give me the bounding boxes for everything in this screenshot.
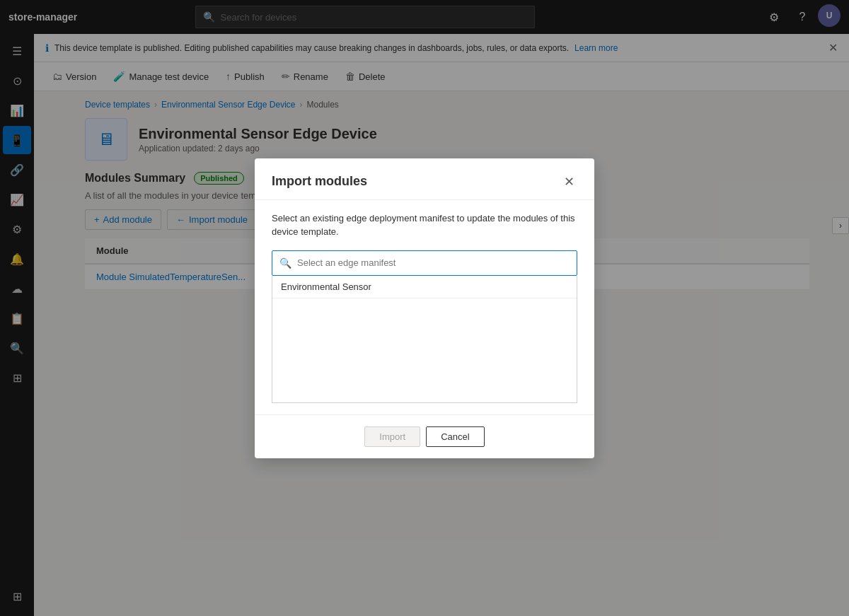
- dialog-title: Import modules: [272, 174, 367, 189]
- import-modules-dialog: Import modules ✕ Select an existing edge…: [255, 158, 594, 458]
- manifest-item-name: Environmental Sensor: [281, 281, 371, 292]
- manifest-search: 🔍: [272, 250, 577, 276]
- cancel-button[interactable]: Cancel: [426, 426, 484, 447]
- manifest-item[interactable]: Environmental Sensor: [272, 276, 577, 298]
- dialog-footer: Import Cancel: [255, 414, 594, 458]
- modal-overlay: Import modules ✕ Select an existing edge…: [0, 0, 849, 616]
- dialog-description: Select an existing edge deployment manif…: [272, 211, 577, 239]
- manifest-search-input[interactable]: [297, 257, 570, 268]
- manifest-search-icon: 🔍: [279, 257, 291, 269]
- import-button[interactable]: Import: [364, 426, 420, 447]
- dialog-header: Import modules ✕: [255, 158, 594, 200]
- dialog-close-button[interactable]: ✕: [561, 173, 577, 191]
- manifest-list: Environmental Sensor: [272, 276, 577, 403]
- dialog-body: Select an existing edge deployment manif…: [255, 200, 594, 414]
